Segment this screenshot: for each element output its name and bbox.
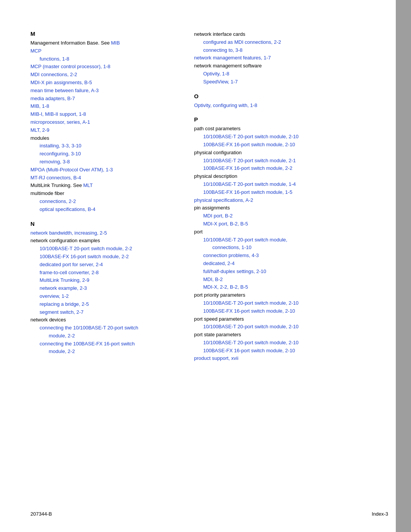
link-mcp-master[interactable]: MCP (master control processor), 1-8 [30, 63, 179, 71]
link-microprocessor[interactable]: microprocessor, series, A-1 [30, 118, 179, 126]
link-media-adapters[interactable]: media adapters, B-7 [30, 95, 179, 103]
link-mtbf[interactable]: mean time between failure, A-3 [30, 87, 179, 95]
static-pin-assign: pin assignments [194, 204, 381, 212]
link-mlt[interactable]: MLT, 2-9 [30, 126, 179, 134]
static-nic: network interface cards [194, 30, 381, 38]
list-item-port-10100: 10/100BASE-T 20-port switch module, conn… [194, 236, 381, 252]
link-nc-mlt[interactable]: MultiLink Trunking, 2-9 [30, 276, 179, 284]
link-port-duplex[interactable]: full/half-duplex settings, 2-10 [194, 268, 381, 276]
link-mdix-pin[interactable]: MDI-X pin assignments, B-5 [30, 79, 179, 87]
static-network-config: network configuration examples [30, 237, 179, 245]
link-nic-connecting[interactable]: connecting to, 3-8 [194, 46, 381, 54]
link-nd-10100-cont[interactable]: module, 2-2 [40, 332, 179, 340]
static-port-state: port state parameters [194, 331, 381, 339]
link-pc-100fx[interactable]: 100BASE-FX 16-port switch module, 2-10 [194, 141, 381, 149]
link-mlt-ref[interactable]: MLT [82, 182, 93, 188]
link-speedview[interactable]: SpeedView, 1-7 [194, 78, 381, 86]
list-item-nd2: connecting the 100BASE-FX 16-port switch… [30, 340, 179, 356]
link-optivity-config[interactable]: Optivity, configuring with, 1-8 [194, 102, 381, 110]
static-multimode: multimode fiber [30, 190, 179, 198]
link-net-mgmt-features[interactable]: network management features, 1-7 [194, 54, 381, 62]
static-phys-desc: physical description [194, 173, 381, 181]
static-net-mgmt-sw: network management software [194, 62, 381, 70]
link-removing[interactable]: removing, 3-8 [30, 158, 179, 166]
link-phyconf-100fx[interactable]: 100BASE-FX 16-port switch module, 2-2 [194, 165, 381, 173]
link-port-conn-prob[interactable]: connection problems, 4-3 [194, 252, 381, 260]
section-m: M Management Information Base. See MIB M… [30, 30, 179, 214]
right-column: network interface cards configured as MD… [190, 30, 381, 509]
section-p: P path cost parameters 10/100BASE-T 20-p… [194, 116, 381, 363]
static-phys-config: physical configuration [194, 149, 381, 157]
link-port-10100-cont[interactable]: connections, 1-10 [203, 244, 381, 252]
list-item: Management Information Base. See MIB [30, 39, 179, 47]
section-header-o: O [194, 93, 381, 99]
static-path-cost: path cost parameters [194, 125, 381, 133]
link-mib[interactable]: MIB [110, 40, 120, 46]
link-nd-10100[interactable]: connecting the 10/100BASE-T 20-port swit… [40, 324, 179, 332]
link-nc-10100[interactable]: 10/100BASE-T 20-port switch module, 2-2 [30, 245, 179, 253]
link-pst-10100[interactable]: 10/100BASE-T 20-port switch module, 2-10 [194, 339, 381, 347]
link-optical-specs[interactable]: optical specifications, B-4 [30, 206, 179, 214]
link-phydesc-10100[interactable]: 10/100BASE-T 20-port switch module, 1-4 [194, 181, 381, 189]
link-port-mdi[interactable]: MDI, B-2 [194, 276, 381, 284]
link-nc-example[interactable]: network example, 2-3 [30, 284, 179, 292]
link-phyconf-10100[interactable]: 10/100BASE-T 20-port switch module, 2-1 [194, 157, 381, 165]
footer-right: Index-3 [372, 511, 388, 517]
link-pp-10100[interactable]: 10/100BASE-T 20-port switch module, 2-10 [194, 299, 381, 307]
link-port-mdix[interactable]: MDI-X, 2-2, B-2, B-5 [194, 283, 381, 291]
section-header-m: M [30, 30, 179, 37]
link-nc-segment[interactable]: segment switch, 2-7 [30, 308, 179, 316]
side-bar [396, 0, 411, 532]
section-n: N network bandwidth, increasing, 2-5 net… [30, 220, 179, 356]
link-pc-10100[interactable]: 10/100BASE-T 20-port switch module, 2-10 [194, 133, 381, 141]
link-nc-dedicated[interactable]: dedicated port for server, 2-4 [30, 261, 179, 269]
section-header-p: P [194, 116, 381, 123]
link-nc-100fx[interactable]: 100BASE-FX 16-port switch module, 2-2 [30, 253, 179, 261]
link-nc-frame[interactable]: frame-to-cell converter, 2-8 [30, 269, 179, 277]
link-mib[interactable]: MIB, 1-8 [30, 102, 179, 110]
section-header-n: N [30, 220, 179, 227]
link-nd-100fx-cont[interactable]: module, 2-2 [40, 348, 179, 356]
link-mdi-port[interactable]: MDI port, B-2 [194, 212, 381, 220]
link-mt-rj[interactable]: MT-RJ connectors, B-4 [30, 174, 179, 182]
static-modules: modules [30, 134, 179, 142]
link-port-dedicated[interactable]: dedicated, 2-4 [194, 260, 381, 268]
link-port-10100[interactable]: 10/100BASE-T 20-port switch module, [203, 236, 381, 244]
list-item-multilink: MultiLink Trunking. See MLT [30, 182, 179, 190]
link-product-support[interactable]: product support, xvii [194, 355, 381, 363]
static-network-devices: network devices [30, 316, 179, 324]
static-port-priority: port priority parameters [194, 291, 381, 299]
link-nc-overview[interactable]: overview, 1-2 [30, 292, 179, 300]
link-mdi-connections[interactable]: MDI connections, 2-2 [30, 71, 179, 79]
link-mib-support[interactable]: MIB-I, MIB-II support, 1-8 [30, 110, 179, 118]
link-nc-replacing[interactable]: replacing a bridge, 2-5 [30, 300, 179, 308]
link-nic-mdi[interactable]: configured as MDI connections, 2-2 [194, 38, 381, 46]
left-column: M Management Information Base. See MIB M… [30, 30, 190, 509]
link-nd-100fx[interactable]: connecting the 100BASE-FX 16-port switch [40, 340, 179, 348]
link-mpoa[interactable]: MPOA (Multi-Protocol Over ATM), 1-3 [30, 166, 179, 174]
link-pp-100fx[interactable]: 100BASE-FX 16-port switch module, 2-10 [194, 307, 381, 315]
link-mdix-port[interactable]: MDI-X port, B-2, B-5 [194, 220, 381, 228]
link-phys-specs[interactable]: physical specifications, A-2 [194, 197, 381, 204]
link-optivity[interactable]: Optivity, 1-8 [194, 70, 381, 78]
footer: 207344-B Index-3 [30, 511, 388, 517]
section-o: O Optivity, configuring with, 1-8 [194, 93, 381, 110]
link-reconfiguring[interactable]: reconfiguring, 3-10 [30, 150, 179, 158]
link-phydesc-100fx[interactable]: 100BASE-FX 16-port switch module, 1-5 [194, 189, 381, 197]
link-pst-100fx[interactable]: 100BASE-FX 16-port switch module, 2-10 [194, 347, 381, 355]
link-mm-connections[interactable]: connections, 2-2 [30, 198, 179, 206]
link-ps-10100[interactable]: 10/100BASE-T 20-port switch module, 2-10 [194, 323, 381, 331]
link-mcp-functions[interactable]: functions, 1-8 [30, 55, 179, 63]
link-network-bandwidth[interactable]: network bandwidth, increasing, 2-5 [30, 229, 179, 237]
link-mcp[interactable]: MCP [30, 47, 179, 55]
list-item-nd1: connecting the 10/100BASE-T 20-port swit… [30, 324, 179, 340]
static-port: port [194, 228, 381, 236]
link-installing[interactable]: installing, 3-3, 3-10 [30, 142, 179, 150]
static-port-speed: port speed parameters [194, 315, 381, 323]
footer-left: 207344-B [30, 511, 52, 517]
section-nic: network interface cards configured as MD… [194, 30, 381, 86]
